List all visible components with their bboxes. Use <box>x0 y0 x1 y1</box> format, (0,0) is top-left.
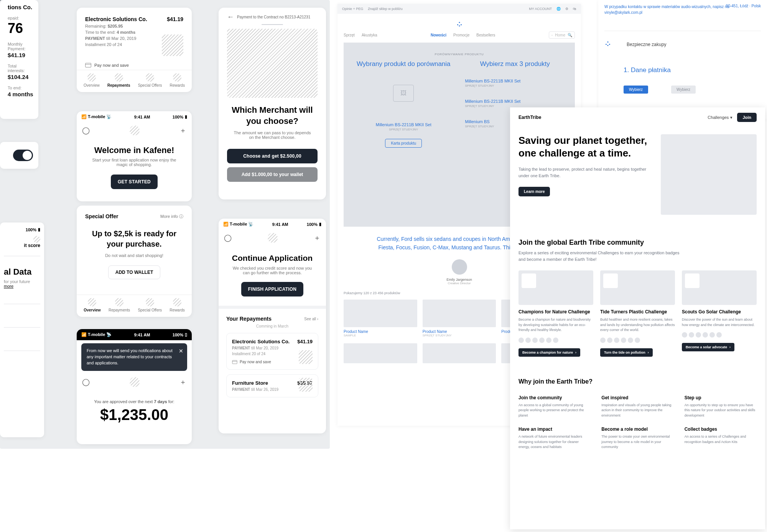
finish-application-button[interactable]: FINISH APPLICATION <box>241 282 303 296</box>
util-link[interactable]: Znajdź sklep w pobliżu <box>368 7 403 11</box>
pay-now-row[interactable]: Pay now and save <box>85 63 183 68</box>
payer-type-tab-active[interactable]: Wybierz <box>624 86 648 94</box>
nav-item[interactable]: Bestsellers <box>476 33 495 37</box>
personal-data-sub: for your future <box>4 279 40 284</box>
account-link[interactable]: MY ACCOUNT <box>529 7 552 11</box>
brand-logo[interactable]: EarthTribe <box>518 115 541 120</box>
monthly-label: Monthly Payment: <box>8 42 35 51</box>
learn-more-link[interactable]: more <box>4 284 40 288</box>
get-started-button[interactable]: GET STARTED <box>111 175 158 189</box>
add-icon[interactable]: ＋ <box>314 233 321 242</box>
drag-handle-icon[interactable] <box>262 24 283 25</box>
tab-repayments[interactable]: Repayments <box>109 298 130 312</box>
carrier-label: T-mobile <box>88 332 105 337</box>
challenge-card: Tide Turners Plastic Challenge Build hea… <box>600 270 675 357</box>
interest-label: Total interests: <box>8 64 35 73</box>
site-logo[interactable] <box>337 14 581 31</box>
credit-score-label: it score <box>4 243 40 248</box>
card-image-placeholder <box>518 270 593 305</box>
toggle-card <box>0 142 38 169</box>
add-icon[interactable]: ＋ <box>179 126 186 135</box>
tab-rewards[interactable]: Rewards <box>170 73 184 87</box>
logo-icon <box>130 125 140 135</box>
merchant-name: Furniture Store <box>232 380 268 386</box>
product-tile[interactable] <box>423 343 496 363</box>
main-nav: Sprzęt Akustyka Nowości Promocje Bestsel… <box>337 31 581 43</box>
why-heading: Why join the Earth Tribe? <box>518 378 757 385</box>
svg-point-9 <box>606 44 607 45</box>
add-to-wallet-button[interactable]: ADD TO WALLET <box>108 265 160 279</box>
welcome-heading: Welcome in Kafene! <box>77 145 192 155</box>
tab-overview[interactable]: Overview <box>84 298 100 312</box>
product-card-button[interactable]: Karta produktu <box>385 139 422 148</box>
tab-overview[interactable]: Overview <box>84 73 100 87</box>
nav-item[interactable]: Promocje <box>453 33 469 37</box>
repayment-item[interactable]: Electronic Solutions Co. $41.19 PAYMENT … <box>226 333 318 370</box>
add-icon[interactable]: ＋ <box>179 377 186 387</box>
status-time: 9:41 AM <box>134 115 150 119</box>
close-icon[interactable]: ✕ <box>179 347 183 355</box>
overview-icon <box>88 298 96 306</box>
nav-item[interactable]: Sprzęt <box>344 33 355 37</box>
offer-sub: Do not wait and start shopping! <box>85 253 183 258</box>
payment-label: PAYMENT <box>85 36 105 41</box>
banner-placeholder <box>227 29 318 98</box>
tab-rewards[interactable]: Rewards <box>170 298 184 312</box>
tab-special-offers[interactable]: Special Offers <box>138 298 162 312</box>
tab-repayments[interactable]: Repayments <box>107 73 130 87</box>
payer-type-tab[interactable]: Wybierz <box>671 86 696 94</box>
status-battery: 100% <box>26 227 36 232</box>
search-input[interactable]: ◦ Home 🔍 <box>549 31 575 39</box>
approved-text: You are approved over the next 7 days fo… <box>77 399 192 404</box>
challenge-card: Scouts Go Solar Challenge Discover the p… <box>682 270 757 357</box>
community-sub: Explore a series of exciting environment… <box>518 250 683 263</box>
add-to-wallet-button[interactable]: Add $1.000,00 to your wallet <box>227 167 318 182</box>
product-tile[interactable] <box>344 343 417 363</box>
badge-dots <box>682 332 757 338</box>
card-cta-button[interactable]: Become a solar advocate › <box>682 343 734 351</box>
profile-icon[interactable]: ◯ <box>82 126 90 135</box>
see-all-link[interactable]: See all › <box>304 317 318 321</box>
cart-icon[interactable]: 🛍 <box>573 7 576 11</box>
tab-special-offers[interactable]: Special Offers <box>138 73 162 87</box>
site-logo[interactable] <box>604 40 611 49</box>
product-tile[interactable]: Product NameSAMPLE <box>344 300 417 337</box>
chevron-right-icon: › <box>575 351 576 354</box>
nav-item[interactable]: Akustyka <box>362 33 377 37</box>
more-info-link[interactable]: More info ⓘ <box>160 214 183 219</box>
merchant-sub: The amount we can pass to you depends on… <box>227 130 318 140</box>
monthly-value: $41.19 <box>8 52 35 58</box>
nav-item-active[interactable]: Nowości <box>431 33 446 37</box>
suggested-product[interactable]: Millenium BS-2211B MKII SetSPRZĘT STUDYJ… <box>465 79 565 87</box>
product-name[interactable]: Millenium BS-2211B MKII Set <box>354 122 454 127</box>
learn-more-button[interactable]: Learn more <box>518 187 550 196</box>
card-cta-button[interactable]: Become a champion for nature › <box>518 348 580 357</box>
merchant-name: Electronic Solutions Co. <box>85 16 147 22</box>
challenge-card: Champions for Nature Challenge Become a … <box>518 270 593 357</box>
product-thumbnail <box>162 35 183 56</box>
offers-icon <box>146 73 154 82</box>
approved-amount: $1,235.00 <box>77 406 192 423</box>
notification-toggle[interactable] <box>13 150 33 161</box>
product-tile[interactable]: Product NameSPRZĘT STUDYJNY <box>423 300 496 337</box>
suggested-product[interactable]: Millenium BS-2211B MKII SetSPRZĘT STUDYJ… <box>465 99 565 108</box>
repayment-item[interactable]: Furniture Store $35.87 PAYMENT till Mar … <box>226 374 318 397</box>
profile-icon[interactable]: ◯ <box>224 234 232 242</box>
join-button[interactable]: Join <box>737 113 757 122</box>
back-icon[interactable]: ← <box>227 13 234 21</box>
gear-icon[interactable]: ⚙ <box>565 7 568 11</box>
svg-point-5 <box>457 24 458 25</box>
secure-checkout-label: Bezpieczne zakupy <box>627 42 666 47</box>
time-value: 4 months <box>117 30 135 35</box>
card-cta-button[interactable]: Turn the tide on pollution › <box>600 348 653 357</box>
product-thumbnail <box>299 378 313 392</box>
chevron-down-icon: ▾ <box>730 115 732 120</box>
choose-merchant-button[interactable]: Choose and get $2.500,00 <box>227 149 318 163</box>
globe-icon[interactable]: 🌐 <box>556 7 561 11</box>
site-nav: EarthTribe Challenges ▾ Join <box>510 107 765 127</box>
card-desc: Become a champion for nature and biodive… <box>518 317 593 333</box>
util-link[interactable]: Opinie + PEG <box>342 7 363 11</box>
profile-icon[interactable]: ◯ <box>82 378 90 386</box>
svg-point-7 <box>459 25 460 26</box>
challenges-dropdown[interactable]: Challenges ▾ <box>708 115 732 120</box>
